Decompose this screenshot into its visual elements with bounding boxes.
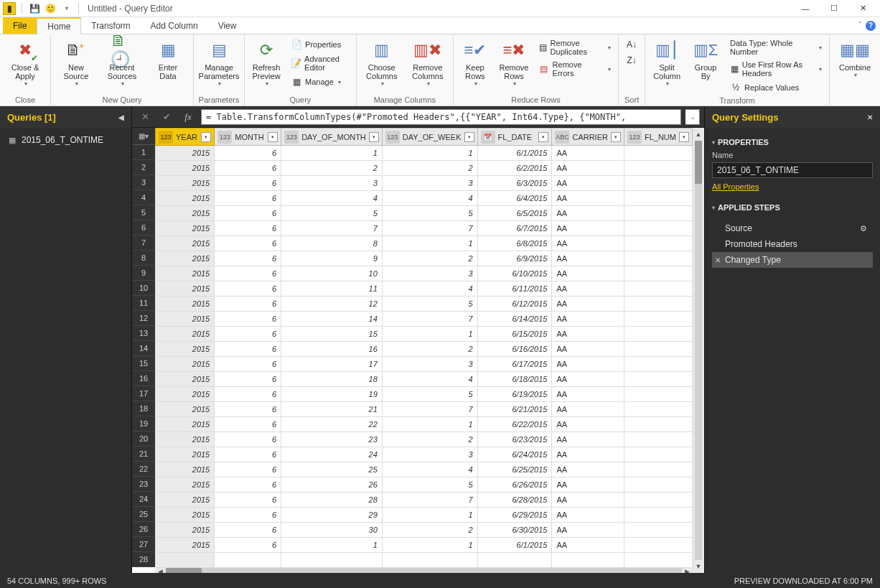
table-cell[interactable]: 15 xyxy=(281,327,383,342)
table-cell[interactable]: 6/14/2015 xyxy=(477,312,552,327)
table-cell[interactable]: AA xyxy=(552,477,624,493)
row-number[interactable]: 24 xyxy=(132,492,155,507)
table-cell[interactable]: 23 xyxy=(281,432,383,447)
table-cell[interactable]: 6 xyxy=(215,176,281,191)
gear-icon[interactable]: ⚙ xyxy=(860,224,867,233)
table-cell[interactable]: AA xyxy=(552,387,624,402)
table-cell[interactable]: AA xyxy=(552,357,624,372)
table-cell[interactable]: 19 xyxy=(281,387,383,402)
manage-parameters-button[interactable]: ▤Manage Parameters xyxy=(198,37,240,88)
table-cell[interactable]: AA xyxy=(552,266,624,281)
save-icon[interactable]: 💾 xyxy=(28,2,41,15)
hscroll-right-icon[interactable]: ▶ xyxy=(685,568,690,573)
table-cell[interactable]: AA xyxy=(552,432,624,447)
table-cell[interactable] xyxy=(624,402,692,417)
table-cell[interactable]: 4 xyxy=(382,281,477,297)
applied-step[interactable]: Source⚙ xyxy=(712,220,873,236)
close-apply-button[interactable]: ✖✔ Close & Apply xyxy=(4,37,46,88)
sort-asc-button[interactable]: A↓ xyxy=(623,37,640,52)
table-cell[interactable] xyxy=(624,266,692,281)
table-cell[interactable]: AA xyxy=(552,251,624,266)
filter-dropdown-icon[interactable]: ▾ xyxy=(201,132,211,142)
table-cell[interactable] xyxy=(624,538,692,553)
table-cell[interactable]: 6 xyxy=(215,508,281,523)
table-cell[interactable]: 2015 xyxy=(156,312,215,327)
table-cell[interactable]: 2015 xyxy=(156,342,215,357)
row-number[interactable]: 25 xyxy=(132,507,155,522)
table-cell[interactable]: 6/17/2015 xyxy=(477,357,552,372)
table-cell[interactable]: 6/23/2015 xyxy=(477,432,552,447)
table-cell[interactable]: 1 xyxy=(382,417,477,432)
table-cell[interactable] xyxy=(624,447,692,462)
row-number[interactable]: 22 xyxy=(132,462,155,477)
settings-close-icon[interactable]: ✕ xyxy=(867,113,873,121)
table-cell[interactable]: AA xyxy=(552,447,624,462)
table-cell[interactable]: 24 xyxy=(281,447,383,462)
query-name-input[interactable] xyxy=(712,162,873,178)
table-cell[interactable]: 12 xyxy=(281,297,383,312)
table-cell[interactable] xyxy=(624,206,692,221)
column-header-month[interactable]: 123MONTH▾ xyxy=(215,129,281,146)
formula-fx-icon[interactable]: fx xyxy=(179,109,197,125)
row-number[interactable]: 21 xyxy=(132,447,155,462)
table-cell[interactable] xyxy=(477,553,552,568)
table-cell[interactable]: 7 xyxy=(382,312,477,327)
filter-dropdown-icon[interactable]: ▾ xyxy=(611,132,621,142)
table-cell[interactable]: 2015 xyxy=(156,447,215,462)
filter-dropdown-icon[interactable]: ▾ xyxy=(369,132,379,142)
table-cell[interactable]: 17 xyxy=(281,357,383,372)
column-header-day_of_week[interactable]: 123DAY_OF_WEEK▾ xyxy=(382,129,477,146)
new-source-button[interactable]: 🗎✶New Source xyxy=(55,37,97,88)
table-cell[interactable]: 2 xyxy=(382,251,477,266)
table-cell[interactable]: 6/9/2015 xyxy=(477,251,552,266)
table-cell[interactable]: 2015 xyxy=(156,432,215,447)
table-cell[interactable]: 6 xyxy=(215,251,281,266)
step-delete-icon[interactable]: ✕ xyxy=(715,256,721,264)
column-header-fl_date[interactable]: 📅FL_DATE▾ xyxy=(477,129,552,146)
sort-desc-button[interactable]: Z↓ xyxy=(623,53,640,67)
table-cell[interactable]: 2015 xyxy=(156,266,215,281)
table-cell[interactable]: 5 xyxy=(382,297,477,312)
table-cell[interactable]: 2015 xyxy=(156,297,215,312)
row-number[interactable]: 16 xyxy=(132,371,155,386)
table-cell[interactable]: 5 xyxy=(382,387,477,402)
vscroll-down-icon[interactable]: ▼ xyxy=(696,563,702,570)
applied-steps-header[interactable]: APPLIED STEPS xyxy=(712,199,873,216)
formula-commit-icon[interactable]: ✔ xyxy=(158,109,175,125)
filter-dropdown-icon[interactable]: ▾ xyxy=(538,132,548,142)
applied-step[interactable]: Promoted Headers xyxy=(712,236,873,252)
recent-sources-button[interactable]: 🗎🕘Recent Sources xyxy=(101,37,143,88)
table-cell[interactable]: 3 xyxy=(281,176,383,191)
table-cell[interactable]: 2015 xyxy=(156,477,215,493)
row-number[interactable]: 1 xyxy=(132,145,155,160)
table-cell[interactable]: 6 xyxy=(215,447,281,462)
table-cell[interactable]: AA xyxy=(552,281,624,297)
table-cell[interactable]: 3 xyxy=(382,447,477,462)
row-number[interactable]: 8 xyxy=(132,251,155,266)
table-cell[interactable]: 2 xyxy=(382,161,477,176)
row-number[interactable]: 9 xyxy=(132,266,155,281)
table-cell[interactable]: AA xyxy=(552,206,624,221)
table-cell[interactable]: 14 xyxy=(281,312,383,327)
table-cell[interactable]: 30 xyxy=(281,523,383,538)
remove-rows-button[interactable]: ≡✖Remove Rows xyxy=(497,37,531,88)
table-cell[interactable] xyxy=(624,387,692,402)
table-cell[interactable]: 6/16/2015 xyxy=(477,342,552,357)
table-cell[interactable]: 6 xyxy=(215,146,281,161)
row-number[interactable]: 28 xyxy=(132,552,155,567)
table-cell[interactable]: 6/19/2015 xyxy=(477,387,552,402)
table-cell[interactable]: AA xyxy=(552,508,624,523)
table-cell[interactable] xyxy=(624,462,692,477)
table-cell[interactable] xyxy=(281,553,383,568)
row-number[interactable]: 23 xyxy=(132,477,155,492)
table-cell[interactable]: 2015 xyxy=(156,402,215,417)
tab-home[interactable]: Home xyxy=(37,17,81,34)
table-cell[interactable]: 6/21/2015 xyxy=(477,402,552,417)
table-cell[interactable]: 6 xyxy=(215,312,281,327)
table-cell[interactable]: 6/2/2015 xyxy=(477,161,552,176)
table-cell[interactable]: AA xyxy=(552,417,624,432)
table-cell[interactable]: 18 xyxy=(281,372,383,387)
table-cell[interactable]: 11 xyxy=(281,281,383,297)
help-icon[interactable]: ? xyxy=(866,21,876,31)
table-cell[interactable]: 6/7/2015 xyxy=(477,221,552,236)
